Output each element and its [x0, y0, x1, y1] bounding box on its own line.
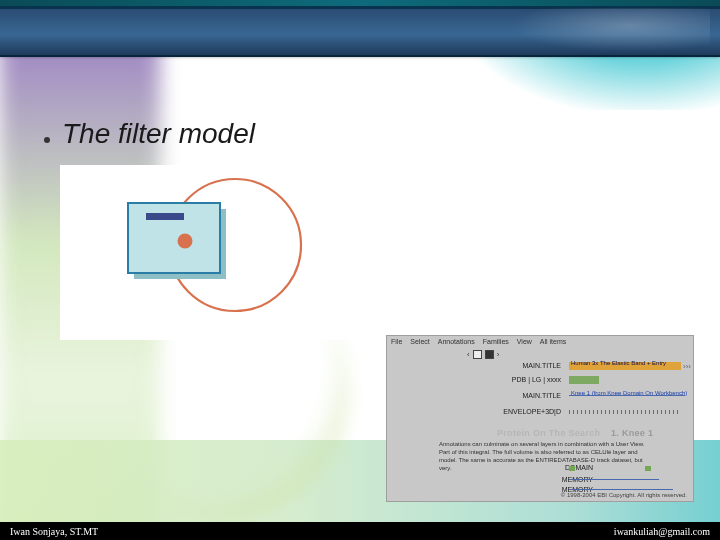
- chevron-right-icon: ›››: [683, 362, 691, 371]
- filter-cursor-bar-icon: [146, 213, 184, 220]
- inset-nav-next-icon: ›: [497, 350, 500, 359]
- inset-lower-line: [569, 479, 659, 480]
- filter-dot-icon: [178, 234, 193, 249]
- inset-menu-item: File: [391, 338, 402, 345]
- inset-menu-item: View: [517, 338, 532, 345]
- inset-lower-label: DOMAIN: [483, 464, 593, 471]
- inset-row-label: MAIN.TITLE: [483, 392, 561, 399]
- inset-menu-item: Families: [483, 338, 509, 345]
- footer: Iwan Sonjaya, ST.MT iwankuliah@gmail.com: [0, 522, 720, 540]
- inset-ghost-title: Protein On The Search: [497, 428, 600, 438]
- inset-menu-item: Select: [410, 338, 429, 345]
- inset-ghost-title: 1. Knee 1: [611, 428, 653, 438]
- bullet-row: The filter model: [44, 118, 255, 150]
- inset-nav-box: [473, 350, 482, 359]
- inset-row-label: PDB | LG | xxxx: [483, 376, 561, 383]
- inset-row-caption: Human 3x The Elastic Band + Entry: [571, 360, 666, 366]
- inset-lower-mark: [645, 466, 651, 471]
- inset-row-caption: Knee 1 (from Knee Domain On Workbench): [571, 390, 687, 396]
- bullet-dot-icon: [44, 137, 50, 143]
- inset-menu-item: Annotations: [438, 338, 475, 345]
- inset-lower-line: [569, 489, 673, 490]
- inset-row-label: MAIN.TITLE: [483, 362, 561, 369]
- inset-legal: © 1998-2004 EBI Copyright. All rights re…: [561, 492, 687, 498]
- footer-author: Iwan Sonjaya, ST.MT: [10, 526, 98, 537]
- inset-nav-prev-icon: ‹: [467, 350, 470, 359]
- inset-row-ticks: [569, 410, 679, 414]
- bullet-text: The filter model: [62, 118, 255, 150]
- content: The filter model: [44, 118, 255, 150]
- inset-lower-mark: [569, 466, 575, 471]
- inset-nav-box: [485, 350, 494, 359]
- inset-menubar: File Select Annotations Families View Al…: [391, 338, 566, 345]
- inset-menu-item: All items: [540, 338, 566, 345]
- inset-nav-controls: ‹ ›: [467, 350, 499, 359]
- footer-email: iwankuliah@gmail.com: [614, 526, 710, 537]
- header-map-overlay: [510, 8, 710, 52]
- genome-browser-screenshot: File Select Annotations Families View Al…: [386, 335, 694, 502]
- slide: The filter model File Select Annotations…: [0, 0, 720, 540]
- header: [0, 0, 720, 57]
- inset-row-bar: [569, 376, 599, 384]
- inset-row-label: ENVELOPE+3D|D: [483, 408, 561, 415]
- filter-model-diagram: [60, 165, 392, 340]
